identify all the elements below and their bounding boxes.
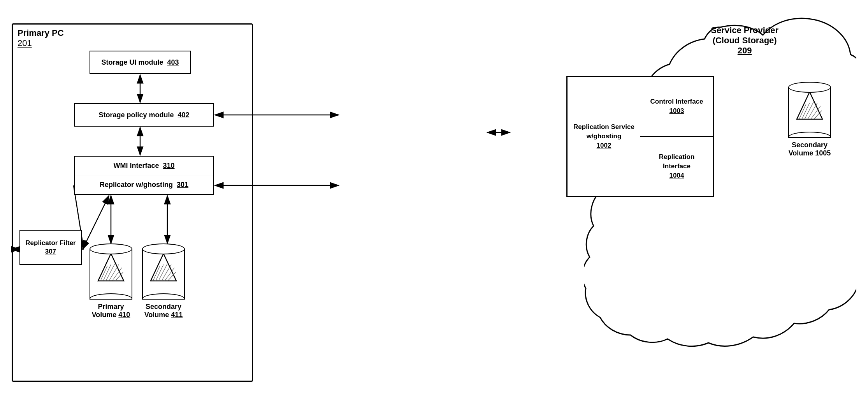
primary-pc-label: Primary PC <box>18 28 64 38</box>
primary-pc-ref: 201 <box>18 38 32 48</box>
cyl-body-secondary <box>142 249 185 300</box>
svg-marker-14 <box>98 254 124 281</box>
primary-volume-label: Primary Volume 410 <box>92 303 130 319</box>
replicator-box: Replicator w/ghosting 301 <box>74 175 214 195</box>
secondary-volume-cloud: Secondary Volume 1005 <box>788 82 831 157</box>
svg-marker-21 <box>151 254 176 281</box>
replicator-filter-box: Replicator Filter 307 <box>19 230 82 265</box>
control-interface-cell: Control Interface 1003 <box>640 77 713 136</box>
primary-volume: Primary Volume 410 <box>90 243 132 319</box>
cyl-bottom-cloud <box>788 132 831 138</box>
svg-marker-28 <box>797 92 822 119</box>
wmi-label: WMI Interface 310 <box>113 162 174 170</box>
cyl-bottom-primary <box>90 293 132 300</box>
replication-service-cell: Replication Service w/ghosting 1002 <box>567 77 640 196</box>
cyl-top-cloud <box>788 82 831 93</box>
replicator-label: Replicator w/ghosting 301 <box>100 181 188 189</box>
storage-policy-box: Storage policy module 402 <box>74 103 214 127</box>
cyl-bottom-secondary <box>142 293 185 300</box>
replication-interface-cell: Replication Interface 1004 <box>640 136 713 196</box>
primary-pc-box <box>12 23 253 382</box>
secondary-volume-local: Secondary Volume 411 <box>142 243 185 319</box>
replicator-filter-label: Replicator Filter 307 <box>25 239 76 256</box>
diagram: Primary PC 201 Storage UI module 403 Sto… <box>0 0 868 411</box>
secondary-volume-cloud-label: Secondary Volume 1005 <box>789 141 831 157</box>
service-box: Control Interface 1003 Replication Servi… <box>566 76 714 197</box>
sp-label: Service Provider (Cloud Storage) 209 <box>711 25 778 56</box>
cyl-body-primary <box>90 249 132 300</box>
secondary-volume-local-label: Secondary Volume 411 <box>144 303 183 319</box>
storage-ui-box: Storage UI module 403 <box>90 51 191 74</box>
storage-ui-label: Storage UI module 403 <box>101 58 179 67</box>
cyl-top-secondary <box>142 243 185 254</box>
storage-policy-label: Storage policy module 402 <box>98 111 189 119</box>
cyl-body-cloud <box>788 87 831 138</box>
cyl-top-primary <box>90 243 132 254</box>
wmi-box: WMI Interface 310 <box>74 156 214 175</box>
